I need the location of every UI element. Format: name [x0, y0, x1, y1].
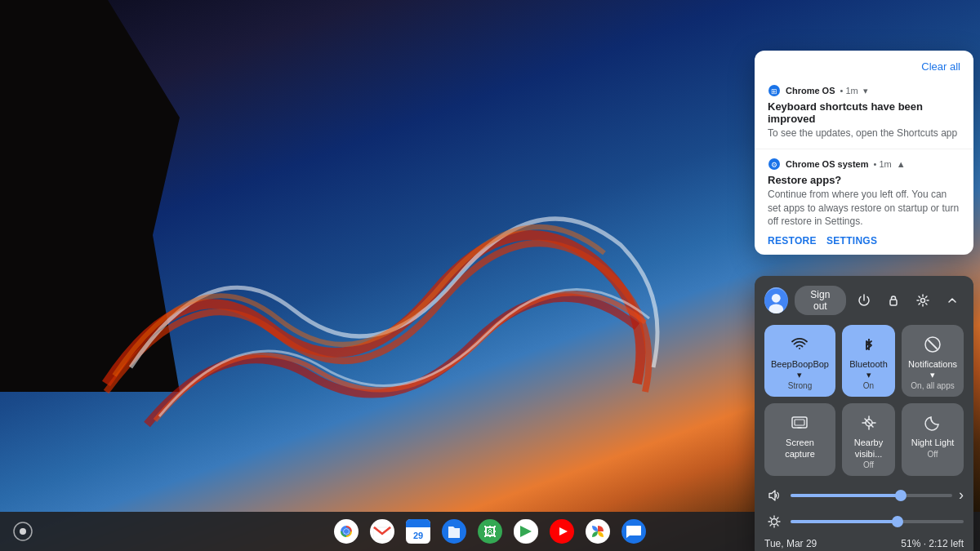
- bluetooth-icon: [858, 333, 880, 356]
- svg-text:🖼: 🖼: [483, 525, 497, 539]
- nearby-share-toggle[interactable]: Nearby visibi... Off: [842, 403, 895, 475]
- notif-time-1: • 1m: [840, 86, 858, 96]
- nearby-share-sub: Off: [863, 460, 874, 469]
- launcher-button[interactable]: [7, 515, 39, 548]
- rock-silhouette: [0, 0, 180, 392]
- settings-gear-button[interactable]: [911, 289, 934, 312]
- notif-title-1: Keyboard shortcuts have been improved: [768, 100, 960, 125]
- quick-settings-user-row: Sign out: [764, 286, 964, 315]
- svg-point-19: [20, 528, 26, 535]
- svg-text:⚙: ⚙: [771, 161, 777, 169]
- notif-chevron-2[interactable]: ▲: [897, 159, 906, 169]
- settings-button[interactable]: SETTINGS: [826, 235, 877, 247]
- quick-settings-toggles: BeepBoopBop ▾ Strong Bluetooth ▾ On: [764, 325, 964, 476]
- svg-point-5: [772, 294, 781, 303]
- notifications-sub: On, all apps: [911, 381, 954, 390]
- taskbar-app-calendar[interactable]: 29: [402, 515, 434, 548]
- wifi-icon: [788, 333, 811, 356]
- taskbar-app-youtube[interactable]: [546, 515, 578, 548]
- bluetooth-label: Bluetooth ▾: [849, 359, 889, 380]
- notif-source-1: Chrome OS: [786, 86, 835, 96]
- taskbar-app-messages[interactable]: [617, 515, 650, 548]
- bluetooth-toggle[interactable]: Bluetooth ▾ On: [842, 325, 895, 397]
- notification-header: Clear all: [755, 51, 973, 76]
- wifi-sub: Strong: [788, 381, 812, 390]
- notif-source-2: Chrome OS system: [786, 159, 868, 169]
- bluetooth-sub: On: [863, 381, 874, 390]
- sign-out-button[interactable]: Sign out: [795, 286, 846, 315]
- chrome-os-icon: ⊞: [768, 84, 781, 97]
- notification-item-restore: ⚙ Chrome OS system • 1m ▲ Restore apps? …: [755, 149, 973, 255]
- notification-panel: Clear all ⊞ Chrome OS • 1m ▾ Keyboard sh…: [755, 51, 973, 255]
- desktop: Clear all ⊞ Chrome OS • 1m ▾ Keyboard sh…: [0, 0, 980, 551]
- night-light-sub: Off: [927, 450, 938, 459]
- notif-title-2: Restore apps?: [768, 174, 960, 186]
- power-button[interactable]: [853, 289, 875, 312]
- taskbar-app-files[interactable]: [438, 515, 470, 548]
- night-light-toggle[interactable]: Night Light Off: [902, 403, 964, 475]
- clear-all-button[interactable]: Clear all: [921, 60, 960, 73]
- taskbar-app-chrome[interactable]: [330, 515, 363, 548]
- taskbar-app-gmail[interactable]: [366, 515, 399, 548]
- svg-line-11: [929, 340, 937, 349]
- taskbar-left: [7, 515, 39, 548]
- taskbar-apps: 29 🖼: [330, 515, 650, 548]
- taskbar-app-play[interactable]: [510, 515, 542, 548]
- quick-settings-footer: Tue, Mar 29 51% · 2:12 left: [764, 538, 964, 549]
- brightness-slider-row: [764, 512, 964, 531]
- svg-point-23: [344, 529, 349, 534]
- notifications-toggle[interactable]: Notifications ▾ On, all apps: [902, 325, 964, 397]
- notifications-label: Notifications ▾: [908, 359, 957, 380]
- night-light-icon: [921, 411, 944, 434]
- volume-slider[interactable]: [791, 494, 952, 497]
- screen-capture-toggle[interactable]: Screen capture: [764, 403, 835, 475]
- nearby-share-icon: [858, 411, 880, 434]
- svg-text:29: 29: [413, 531, 423, 540]
- chrome-os-system-icon: ⚙: [768, 158, 781, 171]
- nearby-share-label: Nearby visibi...: [849, 438, 889, 459]
- notif-body-2: Continue from where you left off. You ca…: [768, 188, 960, 229]
- quick-settings-panel: Sign out: [755, 276, 973, 551]
- svg-rect-7: [890, 300, 897, 305]
- date-display: Tue, Mar 29: [764, 538, 817, 549]
- svg-point-8: [921, 299, 925, 303]
- taskbar-app-google-photos[interactable]: [581, 515, 614, 548]
- brightness-icon: [764, 512, 784, 531]
- notif-chevron-1[interactable]: ▾: [863, 86, 868, 96]
- svg-rect-13: [795, 420, 804, 425]
- svg-point-17: [772, 518, 777, 524]
- restore-button[interactable]: RESTORE: [768, 235, 817, 247]
- notif-actions-restore: RESTORE SETTINGS: [768, 235, 960, 247]
- notif-time-2: • 1m: [873, 159, 891, 169]
- screen-capture-label: Screen capture: [771, 438, 829, 459]
- wifi-label: BeepBoopBop ▾: [771, 359, 829, 380]
- night-light-label: Night Light: [911, 438, 955, 448]
- battery-display: 51% · 2:12 left: [901, 538, 964, 549]
- notification-item-keyboard: ⊞ Chrome OS • 1m ▾ Keyboard shortcuts ha…: [755, 76, 973, 149]
- notif-meta-restore: ⚙ Chrome OS system • 1m ▲: [768, 158, 960, 171]
- svg-rect-27: [406, 523, 430, 527]
- volume-icon: [764, 486, 784, 505]
- wifi-toggle[interactable]: BeepBoopBop ▾ Strong: [764, 325, 835, 397]
- volume-expand-button[interactable]: ›: [959, 487, 964, 504]
- notif-body-1: To see the updates, open the Shortcuts a…: [768, 127, 960, 140]
- lock-button[interactable]: [882, 289, 905, 312]
- screen-capture-icon: [788, 411, 811, 434]
- notifications-icon: [921, 333, 944, 356]
- collapse-button[interactable]: [941, 289, 964, 312]
- avatar: [764, 287, 788, 313]
- brightness-slider[interactable]: [791, 520, 964, 523]
- svg-text:⊞: ⊞: [771, 87, 777, 96]
- notif-meta-keyboard: ⊞ Chrome OS • 1m ▾: [768, 84, 960, 97]
- quick-settings-icons: [853, 289, 964, 312]
- volume-slider-row: ›: [764, 486, 964, 505]
- taskbar-app-photos-web[interactable]: 🖼: [474, 515, 506, 548]
